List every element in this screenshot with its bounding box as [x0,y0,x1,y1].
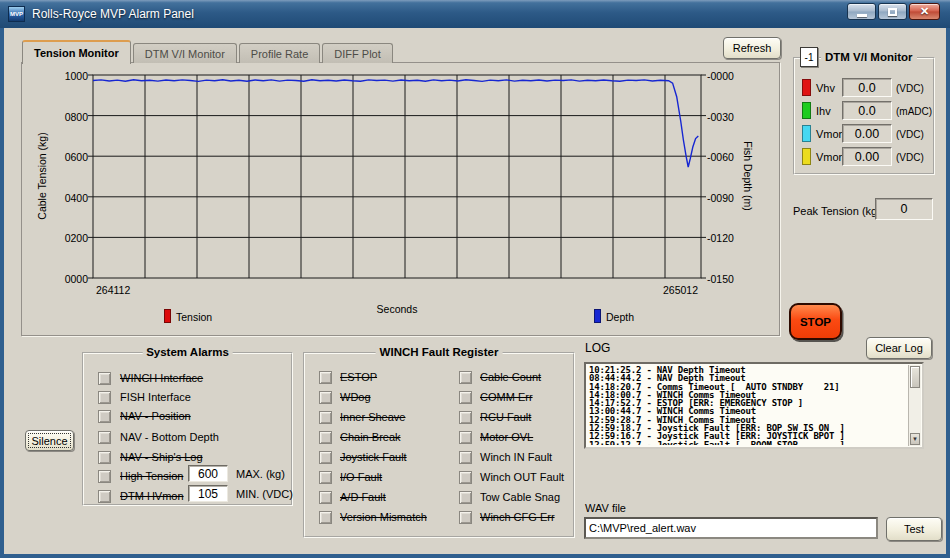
right-tick-label: -0000 [707,70,734,82]
tension-monitor-page: Cable Tension (kg) Fish Depth (m) 100008… [21,62,780,336]
right-tick-label: -0150 [707,273,734,285]
system-alarm-indicator[interactable] [98,470,111,483]
refresh-button[interactable]: Refresh [723,37,781,59]
log-entry: 12:59:12.7 - Joystick Fault [ BOOM STOP … [589,441,906,445]
dtm-monitor-group: DTM V/I Monitor Vhv0.0(VDC)Ihv0.0(mADC)V… [793,57,935,175]
winch-fault-indicator[interactable] [319,371,332,384]
winch-fault-indicator[interactable] [319,491,332,504]
winch-fault-label: ESTOP [340,371,377,384]
winch-fault-label: A/D Fault [340,491,386,504]
winch-fault-indicator[interactable] [459,411,472,424]
winch-fault-label: COMM Err [480,391,533,404]
winch-fault-indicator[interactable] [319,511,332,524]
ihv-label: Ihv [816,105,831,118]
left-tick-label: 0600 [59,151,88,163]
legend-tension-swatch [164,309,171,323]
left-tick-label: 1000 [59,70,88,82]
silence-button[interactable]: Silence [25,430,74,451]
log-scrollbar[interactable]: ▼ [908,365,921,446]
winch-fault-label: Cable Count [480,371,541,384]
winch-fault-label: Inner Sheave [340,411,405,424]
vmon2-color-swatch [802,148,811,165]
scrollbar-thumb[interactable] [910,366,920,388]
title-bar: MVP Rolls-Royce MVP Alarm Panel ✕ [0,0,950,28]
app-icon: MVP [8,6,25,22]
wav-file-label: WAV file [585,502,626,514]
wav-file-input[interactable] [584,517,878,539]
min-hv-label: MIN. (VDC) [236,488,293,500]
left-tick-label: 0800 [59,111,88,123]
minimize-button[interactable] [847,3,876,20]
right-tick-label: -0060 [707,151,734,163]
winch-fault-register-group: WINCH Fault Register ESTOPWDogInner Shea… [303,352,575,538]
log-list[interactable]: 10:21:25.2 - NAV Depth Timeout08:44:44.2… [584,362,924,449]
system-alarm-indicator[interactable] [98,490,111,503]
close-button[interactable]: ✕ [909,3,940,20]
winch-fault-indicator[interactable] [459,371,472,384]
right-tick-label: -0030 [707,111,734,123]
system-alarm-indicator[interactable] [98,410,111,423]
winch-fault-register-title: WINCH Fault Register [376,346,503,358]
system-alarm-indicator[interactable] [98,431,111,444]
maximize-icon [888,8,897,16]
close-icon: ✕ [920,6,929,17]
system-alarm-label: WINCH Interface [120,372,203,385]
system-alarm-indicator[interactable] [98,391,111,404]
vhv-color-swatch [802,79,811,96]
min-hv-input[interactable] [188,485,228,502]
winch-fault-indicator[interactable] [459,491,472,504]
tab-dtm-v-i-monitor[interactable]: DTM V/I Monitor [133,43,237,63]
peak-tension-value: 0 [875,198,933,220]
max-tension-label: MAX. (kg) [236,468,285,480]
winch-fault-indicator[interactable] [459,471,472,484]
dtm-monitor-title: DTM V/I Monitor [821,51,917,63]
vhv-label: Vhv [816,82,835,95]
right-tick-label: -0120 [707,232,734,244]
scrollbar-down-icon[interactable]: ▼ [910,433,920,445]
vmon1-value: 0.00 [842,124,892,143]
clear-log-button[interactable]: Clear Log [866,337,932,359]
x-tick-end: 265012 [663,284,698,296]
winch-fault-indicator[interactable] [319,411,332,424]
vmon2-unit: (VDC) [896,151,924,164]
winch-fault-label: Winch IN Fault [480,451,552,464]
vmon1-unit: (VDC) [896,128,924,141]
winch-fault-indicator[interactable] [459,451,472,464]
ihv-color-swatch [802,102,811,119]
vhv-unit: (VDC) [896,82,924,95]
x-tick-start: 264112 [96,284,130,296]
max-tension-input[interactable] [188,465,228,482]
ihv-value: 0.0 [842,101,892,120]
left-tick-label: 0200 [59,232,88,244]
system-alarm-indicator[interactable] [98,451,111,464]
winch-fault-indicator[interactable] [459,511,472,524]
dtm-index-control[interactable]: -1 [800,47,818,67]
test-button[interactable]: Test [886,517,942,541]
winch-fault-label: Joystick Fault [340,451,407,464]
winch-fault-indicator[interactable] [319,431,332,444]
tab-profile-rate[interactable]: Profile Rate [239,43,320,63]
legend-depth-label: Depth [606,311,634,323]
vmon1-color-swatch [802,125,811,142]
winch-fault-label: RCU Fault [480,411,531,424]
system-alarm-label: NAV - Position [120,410,191,423]
tab-diff-plot[interactable]: DIFF Plot [322,43,392,63]
winch-fault-indicator[interactable] [319,451,332,464]
winch-fault-indicator[interactable] [459,391,472,404]
system-alarm-indicator[interactable] [98,372,111,385]
stop-button[interactable]: STOP [789,303,842,340]
left-axis-title: Cable Tension (kg) [36,132,48,219]
tab-tension-monitor[interactable]: Tension Monitor [22,40,131,64]
tab-strip: Tension MonitorDTM V/I MonitorProfile Ra… [22,40,395,63]
winch-fault-indicator[interactable] [319,471,332,484]
system-alarms-title: System Alarms [142,346,233,358]
winch-fault-indicator[interactable] [459,431,472,444]
maximize-button[interactable] [878,3,907,20]
winch-fault-label: Motor OVL [480,431,533,444]
window-title: Rolls-Royce MVP Alarm Panel [32,7,194,21]
system-alarms-group: System Alarms WINCH InterfaceFISH Interf… [82,352,293,506]
vmon2-value: 0.00 [842,147,892,166]
winch-fault-indicator[interactable] [319,391,332,404]
winch-fault-label: Winch OUT Fault [480,471,564,484]
tension-depth-chart [93,75,701,278]
